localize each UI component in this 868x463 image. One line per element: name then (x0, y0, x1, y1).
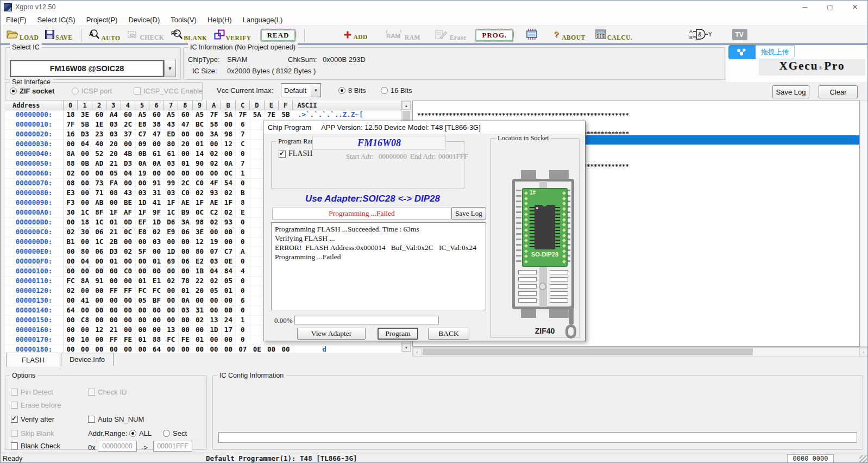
hex-byte-cell[interactable]: 0A (178, 296, 193, 306)
hex-byte-cell[interactable]: 0 (236, 218, 250, 228)
hex-byte-cell[interactable]: 00 (207, 345, 222, 353)
resize-grip[interactable] (859, 455, 867, 463)
hex-byte-cell[interactable]: 00 (135, 345, 150, 353)
bits8-radio[interactable]: 8 Bits (338, 86, 366, 95)
hex-byte-cell[interactable]: 00 (164, 237, 179, 247)
hex-byte-cell[interactable]: 04 (207, 267, 222, 277)
hex-byte-cell[interactable]: 00 (64, 296, 78, 306)
menu-item-select-ic[interactable]: Select IC(S) (32, 14, 81, 26)
hex-byte-cell[interactable]: 00 (64, 257, 78, 267)
hex-byte-cell[interactable]: FF (106, 335, 121, 345)
hex-byte-cell[interactable]: FF (106, 286, 121, 296)
hex-byte-cell[interactable]: A5 (193, 110, 207, 120)
hex-byte-cell[interactable]: 1F (164, 198, 179, 208)
calcu-button[interactable]: CALCU. (594, 29, 634, 41)
hex-byte-cell[interactable]: 00 (221, 345, 236, 353)
hex-byte-cell[interactable]: 1D (164, 247, 179, 257)
hex-byte-cell[interactable]: 80 (193, 247, 207, 257)
hex-byte-cell[interactable]: 00 (106, 316, 121, 326)
hex-byte-cell[interactable]: E9 (164, 228, 179, 237)
hex-byte-cell[interactable]: 12 (193, 237, 207, 247)
hex-byte-cell[interactable]: 00 (121, 257, 136, 267)
hex-byte-cell[interactable]: 0 (236, 149, 250, 159)
hex-byte-cell[interactable]: 1C (92, 237, 107, 247)
hex-byte-cell[interactable]: 21 (106, 326, 121, 335)
hex-byte-cell[interactable]: FC (149, 286, 164, 296)
hex-byte-cell[interactable]: 00 (221, 306, 236, 316)
hex-byte-cell[interactable]: 84 (221, 267, 236, 277)
hex-byte-cell[interactable]: 7E (265, 110, 279, 120)
hex-byte-cell[interactable]: 1E (92, 120, 107, 130)
hex-byte-cell[interactable]: 1F (106, 208, 121, 218)
hex-byte-cell[interactable]: 5B (279, 110, 293, 120)
icsp-vcc-checkbox[interactable]: ICSP_VCC Enable (134, 87, 203, 95)
hex-byte-cell[interactable]: 6 (236, 296, 250, 306)
hex-byte-cell[interactable]: 98 (193, 218, 207, 228)
hex-byte-cell[interactable]: 16 (64, 130, 78, 140)
hex-byte-cell[interactable]: 52 (92, 149, 107, 159)
hex-byte-cell[interactable]: 00 (221, 237, 236, 247)
hex-byte-cell[interactable]: 3A (207, 130, 222, 140)
hex-byte-cell[interactable]: 0E (250, 345, 265, 353)
hex-byte-cell[interactable]: D3 (78, 130, 92, 140)
hex-byte-cell[interactable]: 12 (92, 326, 107, 335)
save-button[interactable]: SAVE (43, 29, 74, 41)
hex-byte-cell[interactable]: C0 (193, 179, 207, 189)
vcc-imax-select[interactable]: Default ▼ (281, 83, 321, 97)
hex-byte-cell[interactable]: 6 (236, 120, 250, 130)
hex-byte-cell[interactable]: 64 (64, 306, 78, 316)
hex-byte-cell[interactable]: 00 (178, 169, 193, 179)
hex-byte-cell[interactable]: 00 (78, 345, 92, 353)
hex-byte-cell[interactable]: 00 (78, 169, 92, 179)
hex-byte-cell[interactable]: 1 (236, 316, 250, 326)
hex-byte-cell[interactable]: 03 (207, 257, 222, 267)
hex-byte-cell[interactable]: 93 (207, 189, 222, 198)
hex-byte-cell[interactable]: 01 (221, 286, 236, 296)
hex-byte-cell[interactable]: 21 (106, 159, 121, 169)
hex-byte-cell[interactable]: 00 (164, 345, 179, 353)
hex-byte-cell[interactable]: 01 (178, 159, 193, 169)
blank-button[interactable]: FFBLANK (169, 28, 209, 42)
hex-byte-cell[interactable]: E1 (149, 277, 164, 286)
hex-byte-cell[interactable]: 00 (78, 149, 92, 159)
hex-byte-cell[interactable]: B1 (64, 237, 78, 247)
hex-byte-cell[interactable]: 30 (64, 208, 78, 218)
scroll-left-icon[interactable]: ‹ (413, 348, 422, 356)
hex-byte-cell[interactable]: 60 (178, 110, 193, 120)
hex-byte-cell[interactable]: 9F (149, 208, 164, 218)
hex-byte-cell[interactable]: 00 (193, 345, 207, 353)
menu-item-language[interactable]: Language(L) (237, 14, 288, 26)
hex-byte-cell[interactable]: 10 (78, 335, 92, 345)
hex-byte-cell[interactable]: 7 (236, 130, 250, 140)
hex-byte-cell[interactable]: 02 (221, 189, 236, 198)
hex-byte-cell[interactable]: 00 (121, 179, 136, 189)
flash-range-checkbox[interactable]: FLASH (279, 149, 312, 158)
hex-byte-cell[interactable]: 17 (221, 326, 236, 335)
hex-byte-cell[interactable]: 00 (92, 296, 107, 306)
hex-byte-cell[interactable]: 5B (78, 120, 92, 130)
hex-byte-cell[interactable]: 02 (64, 228, 78, 237)
hex-byte-cell[interactable]: 00 (78, 267, 92, 277)
skip-blank-checkbox[interactable]: Skip Blank (11, 429, 54, 437)
hex-byte-cell[interactable]: 0D (121, 218, 136, 228)
view-adapter-button[interactable]: View Adapter (297, 328, 366, 340)
hex-byte-cell[interactable]: 61 (149, 149, 164, 159)
hex-byte-cell[interactable]: 00 (64, 140, 78, 149)
menu-item-project[interactable]: Project(P) (81, 14, 123, 26)
hex-byte-cell[interactable]: 3E (193, 228, 207, 237)
hex-byte-cell[interactable]: 00 (207, 169, 222, 179)
hex-byte-cell[interactable]: FE (178, 335, 193, 345)
hex-byte-cell[interactable]: A4 (106, 110, 121, 120)
hex-byte-cell[interactable]: 38 (149, 120, 164, 130)
hex-byte-cell[interactable]: 00 (149, 169, 164, 179)
hex-byte-cell[interactable]: 00 (193, 130, 207, 140)
about-button[interactable]: ??ABOUT (551, 29, 587, 41)
hex-byte-cell[interactable]: 02 (64, 169, 78, 179)
hex-byte-cell[interactable]: 01 (193, 335, 207, 345)
addr-range-all-radio[interactable]: ALL (129, 429, 152, 437)
hex-byte-cell[interactable]: 00 (135, 306, 150, 316)
hex-byte-cell[interactable]: 00 (92, 335, 107, 345)
hex-byte-cell[interactable]: 0C (193, 208, 207, 218)
logic-gate-button[interactable]: AB&Y (687, 27, 713, 43)
hex-byte-cell[interactable]: E8 (135, 120, 150, 130)
